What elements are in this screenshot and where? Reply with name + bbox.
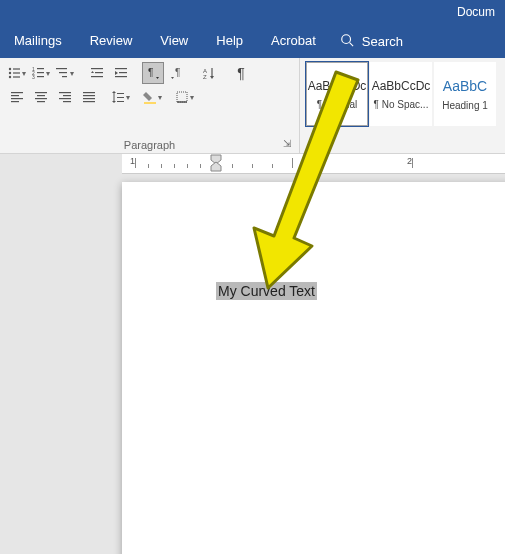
svg-rect-9 [37,68,44,69]
svg-marker-59 [211,162,221,171]
svg-point-0 [342,34,351,43]
borders-button[interactable]: ▾ [174,86,196,108]
ribbon: ▾ 123▾ ▾ ¶ ¶ AZ ¶ ▾ ▾ ▾ Paragraph [0,58,505,154]
svg-rect-56 [177,92,187,102]
styles-group: AaBbCcDc ¶ Normal AaBbCcDc ¶ No Spac... … [300,58,502,153]
svg-rect-14 [56,68,67,69]
svg-rect-11 [37,72,44,73]
svg-rect-5 [13,72,20,73]
svg-rect-23 [115,76,127,77]
svg-rect-33 [11,92,23,93]
svg-rect-42 [63,95,71,96]
svg-rect-21 [115,68,127,69]
tab-acrobat[interactable]: Acrobat [257,24,330,58]
style-preview-text: AaBbC [443,78,487,94]
svg-text:Z: Z [203,74,207,80]
style-normal[interactable]: AaBbCcDc ¶ Normal [306,62,368,126]
line-spacing-button[interactable]: ▾ [110,86,132,108]
search-icon [340,33,354,50]
style-preview-text: AaBbCcDc [308,79,367,93]
increase-indent-button[interactable] [110,62,132,84]
svg-rect-46 [83,95,95,96]
svg-point-6 [8,76,10,78]
svg-point-4 [8,72,10,74]
tab-mailings[interactable]: Mailings [0,24,76,58]
window-title: Docum [457,5,495,19]
ltr-direction-button[interactable]: ¶ [142,62,164,84]
tell-me-search[interactable]: Search [330,33,413,50]
tab-help[interactable]: Help [202,24,257,58]
style-preview-text: AaBbCcDc [372,79,431,93]
show-paragraph-marks-button[interactable]: ¶ [230,62,252,84]
svg-rect-36 [11,101,19,102]
rtl-direction-button[interactable]: ¶ [166,62,188,84]
svg-rect-47 [83,98,95,99]
svg-rect-52 [117,93,124,94]
svg-rect-41 [59,92,71,93]
style-name-label: ¶ Normal [317,99,357,110]
svg-marker-20 [91,71,94,73]
svg-line-1 [349,42,353,46]
svg-rect-13 [37,76,44,77]
svg-rect-7 [13,76,20,77]
tab-view[interactable]: View [146,24,202,58]
svg-rect-53 [117,97,124,98]
svg-rect-18 [95,72,103,73]
svg-marker-50 [112,91,116,93]
tab-review[interactable]: Review [76,24,147,58]
style-name-label: Heading 1 [442,100,488,111]
svg-marker-32 [210,76,214,79]
paragraph-group-label: Paragraph [0,139,299,151]
svg-text:¶: ¶ [175,67,180,78]
style-name-label: ¶ No Spac... [374,99,429,110]
svg-marker-28 [171,77,174,79]
svg-rect-43 [59,98,71,99]
svg-text:3: 3 [32,74,35,80]
justify-button[interactable] [78,86,100,108]
indent-marker-icon[interactable] [210,154,220,172]
multilevel-list-button[interactable]: ▾ [54,62,76,84]
align-right-button[interactable] [54,86,76,108]
svg-rect-15 [59,72,67,73]
svg-rect-40 [37,101,45,102]
workspace: 1 2 My Curved Text [0,154,505,554]
align-left-button[interactable] [6,86,28,108]
svg-rect-19 [91,76,103,77]
svg-text:¶: ¶ [148,67,153,78]
svg-marker-24 [115,71,118,75]
ribbon-tabs: Mailings Review View Help Acrobat Search [0,24,505,58]
svg-marker-26 [156,77,159,79]
align-center-button[interactable] [30,86,52,108]
svg-point-2 [8,68,10,70]
numbering-button[interactable]: 123▾ [30,62,52,84]
decrease-indent-button[interactable] [86,62,108,84]
document-page[interactable]: My Curved Text [122,182,505,554]
svg-rect-55 [144,102,156,104]
style-no-spacing[interactable]: AaBbCcDc ¶ No Spac... [370,62,432,126]
svg-rect-48 [83,101,95,102]
style-heading1[interactable]: AaBbC Heading 1 [434,62,496,126]
svg-marker-51 [112,101,116,103]
svg-rect-38 [37,95,45,96]
svg-rect-39 [35,98,47,99]
svg-rect-37 [35,92,47,93]
svg-rect-22 [119,72,127,73]
horizontal-ruler[interactable]: 1 2 [122,154,505,174]
paragraph-dialog-launcher[interactable]: ⇲ [283,138,295,150]
svg-rect-44 [63,101,71,102]
paragraph-group: ▾ 123▾ ▾ ¶ ¶ AZ ¶ ▾ ▾ ▾ Paragraph [0,58,300,153]
search-label: Search [362,34,403,49]
selected-text[interactable]: My Curved Text [216,282,317,300]
bullets-button[interactable]: ▾ [6,62,28,84]
sort-button[interactable]: AZ [198,62,220,84]
shading-button[interactable]: ▾ [142,86,164,108]
svg-rect-54 [117,101,124,102]
svg-rect-35 [11,98,23,99]
svg-rect-34 [11,95,19,96]
svg-rect-45 [83,92,95,93]
svg-rect-3 [13,68,20,69]
svg-rect-17 [91,68,103,69]
svg-rect-16 [62,76,67,77]
